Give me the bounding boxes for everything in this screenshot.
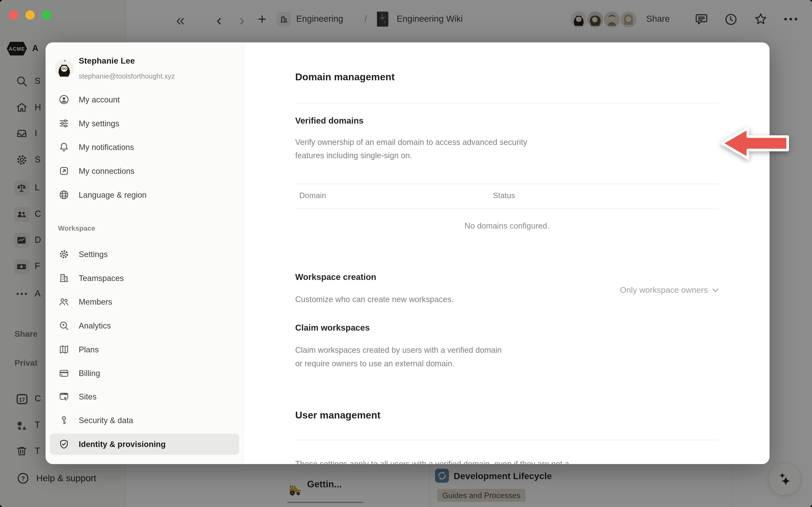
settings-item-members[interactable]: Members [50,291,239,313]
page-title: Domain management [295,71,395,83]
claim-workspaces-heading: Claim workspaces [295,323,370,333]
person-circle-icon [58,94,69,105]
account-email: stephanie@toolsforthought.xyz [79,72,175,80]
settings-sidebar: Stephanie Lee stephanie@toolsforthought.… [46,43,244,464]
workspace-creation-dropdown[interactable]: Only workspace owners [620,286,719,295]
shield-check-icon [58,439,69,450]
user-management-clipped-text: These settings apply to all users with a… [295,457,725,464]
settings-item-label: Billing [79,369,100,378]
settings-modal: Stephanie Lee stephanie@toolsforthought.… [46,43,770,464]
table-top-border [295,183,719,184]
map-icon [58,344,69,355]
settings-item-teamspaces[interactable]: Teamspaces [50,268,239,289]
settings-item-label: Settings [79,250,108,259]
settings-item-billing[interactable]: Billing [50,363,239,384]
minimize-button[interactable] [26,10,35,20]
gear-icon [58,249,69,260]
workspace-creation-description: Customize who can create new workspaces. [295,293,564,306]
settings-item-label: Teamspaces [79,273,124,283]
divider [295,103,719,103]
settings-item-label: My settings [79,119,119,128]
circle-icon [58,462,69,464]
account-avatar [55,60,73,78]
verified-domains-heading: Verified domains [295,116,363,126]
bell-icon [58,142,69,153]
settings-item-plans[interactable]: Plans [50,339,239,360]
settings-item-security-data[interactable]: Security & data [50,410,239,431]
annotation-arrow-icon [719,125,792,161]
settings-main-panel: Domain management Verified domains Verif… [243,43,769,464]
settings-item-my-settings[interactable]: My settings [50,113,239,134]
settings-item-identity-provisioning[interactable]: Identity & provisioning [50,434,239,455]
user-management-heading: User management [295,410,380,421]
table-bottom-border [295,209,719,209]
settings-item-label: Language & region [79,190,147,200]
account-name: Stephanie Lee [79,56,135,66]
settings-item-label: Members [79,297,112,306]
zoom-button[interactable] [42,10,51,20]
settings-item-analytics[interactable]: Analytics [50,315,239,336]
workspace-creation-heading: Workspace creation [295,272,376,282]
settings-item-settings[interactable]: Settings [50,243,239,265]
settings-item-partial[interactable]: Contact support [50,457,239,464]
workspace-section-label: Workspace [58,225,95,232]
settings-item-my-account[interactable]: My account [50,89,239,110]
settings-item-label: Security & data [79,416,133,425]
key-icon [58,415,69,426]
claim-workspaces-description: Claim workspaces created by users with a… [295,343,502,370]
credit-card-icon [58,368,69,379]
settings-item-my-connections[interactable]: My connections [50,160,239,181]
browser-cursor-icon [58,391,69,402]
macos-window: « ‹ › + Engineering / [0,0,812,507]
close-button[interactable] [9,10,18,20]
dropdown-value: Only workspace owners [620,286,708,295]
sliders-icon [58,118,69,129]
settings-item-language-region[interactable]: Language & region [50,184,239,205]
verified-domains-description: Verify ownership of an email domain to a… [295,135,549,162]
settings-item-label: My account [79,95,120,104]
settings-item-label: Analytics [79,321,111,330]
chevron-down-icon [712,288,719,292]
settings-item-label: My connections [79,166,135,176]
settings-item-my-notifications[interactable]: My notifications [50,137,239,158]
empty-table-message: No domains configured. [295,221,719,231]
magnifier-sparkle-icon [58,320,69,331]
members-icon [58,296,69,307]
settings-item-label: My notifications [79,143,134,152]
arrow-up-right-square-icon [58,166,69,176]
settings-item-sites[interactable]: Sites [50,386,239,407]
buildings-icon [58,273,69,283]
globe-icon [58,189,69,200]
settings-item-label: Plans [79,345,99,354]
column-header-status: Status [493,191,515,200]
column-header-domain: Domain [299,191,326,200]
settings-item-label: Sites [79,392,96,401]
divider [295,440,719,440]
settings-item-label: Identity & provisioning [79,439,165,449]
